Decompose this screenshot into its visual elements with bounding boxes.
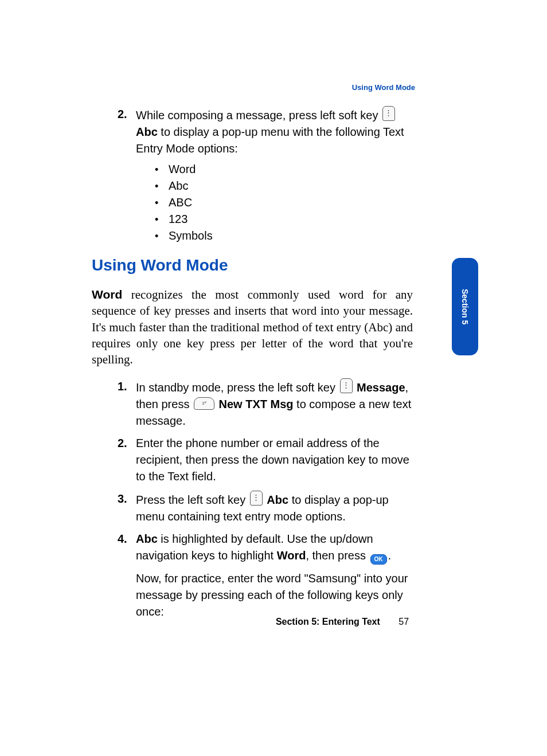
step-body: Enter the phone number or email address … <box>136 435 413 485</box>
step-body: In standby mode, press the left soft key… <box>136 378 413 429</box>
list-item: •Symbols <box>155 229 413 242</box>
text: . <box>388 549 392 562</box>
softkey-icon <box>340 378 353 393</box>
bullet-icon: • <box>155 230 169 242</box>
ok-button-icon: OK <box>370 554 387 565</box>
step-4: 4. Abc is highlighted by default. Use th… <box>118 531 413 620</box>
running-header: Using Word Mode <box>352 83 415 92</box>
bullet-icon: • <box>155 197 169 209</box>
bold-abc: Abc <box>267 493 288 506</box>
step-body: Abc is highlighted by default. Use the u… <box>136 531 413 620</box>
list-item: •Word <box>155 163 413 176</box>
intro-paragraph: Word recognizes the most commonly used w… <box>92 287 413 368</box>
text: Press the left soft key <box>136 493 249 506</box>
page-number: 57 <box>398 617 409 626</box>
list-label: Symbols <box>169 229 213 242</box>
step-body: Press the left soft key Abc to display a… <box>136 491 413 525</box>
bold-word: Word <box>277 549 306 562</box>
mode-options-list: •Word •Abc •ABC •123 •Symbols <box>155 163 413 242</box>
bold-message: Message <box>357 381 405 394</box>
page-footer: Section 5: Entering Text 57 <box>0 617 547 627</box>
step-body: While composing a message, press left so… <box>136 106 413 157</box>
section-heading: Using Word Mode <box>92 256 413 275</box>
list-label: ABC <box>169 196 192 209</box>
step-number: 2. <box>118 106 136 157</box>
bold-abc: Abc <box>136 532 158 545</box>
intro-text: recognizes the most commonly used word f… <box>92 288 413 366</box>
softkey-icon <box>250 491 263 506</box>
text: While composing a message, press left so… <box>136 109 381 122</box>
softkey-icon <box>382 106 395 121</box>
text: , then press <box>306 549 369 562</box>
text: Enter the phone number or email address … <box>136 437 409 483</box>
lead-word: Word <box>92 288 122 301</box>
step-3: 3. Press the left soft key Abc to displa… <box>118 491 413 525</box>
bullet-icon: • <box>155 214 169 226</box>
text: In standby mode, press the left soft key <box>136 381 339 394</box>
step-number: 3. <box>118 491 136 525</box>
practice-text: Now, for practice, enter the word "Samsu… <box>136 572 408 618</box>
step-number: 1. <box>118 378 136 429</box>
top-step-2: 2. While composing a message, press left… <box>118 106 413 157</box>
list-label: Word <box>169 163 196 176</box>
key-icon <box>194 397 214 410</box>
bullet-icon: • <box>155 181 169 193</box>
bold-abc: Abc <box>136 126 158 138</box>
list-item: •Abc <box>155 179 413 193</box>
list-item: •123 <box>155 213 413 226</box>
bullet-icon: • <box>155 164 169 176</box>
list-label: Abc <box>169 179 188 193</box>
step-number: 2. <box>118 435 136 485</box>
list-item: •ABC <box>155 196 413 209</box>
section-tab: Section 5 <box>452 258 478 355</box>
step-1: 1. In standby mode, press the left soft … <box>118 378 413 429</box>
list-label: 123 <box>169 213 187 226</box>
footer-section: Section 5: Entering Text <box>276 617 380 626</box>
text: to display a pop-up menu with the follow… <box>136 126 404 155</box>
step-2: 2. Enter the phone number or email addre… <box>118 435 413 485</box>
main-content: 2. While composing a message, press left… <box>92 106 413 620</box>
bold-new-txt: New TXT Msg <box>219 398 294 410</box>
step-number: 4. <box>118 531 136 620</box>
section-tab-label: Section 5 <box>460 289 470 324</box>
